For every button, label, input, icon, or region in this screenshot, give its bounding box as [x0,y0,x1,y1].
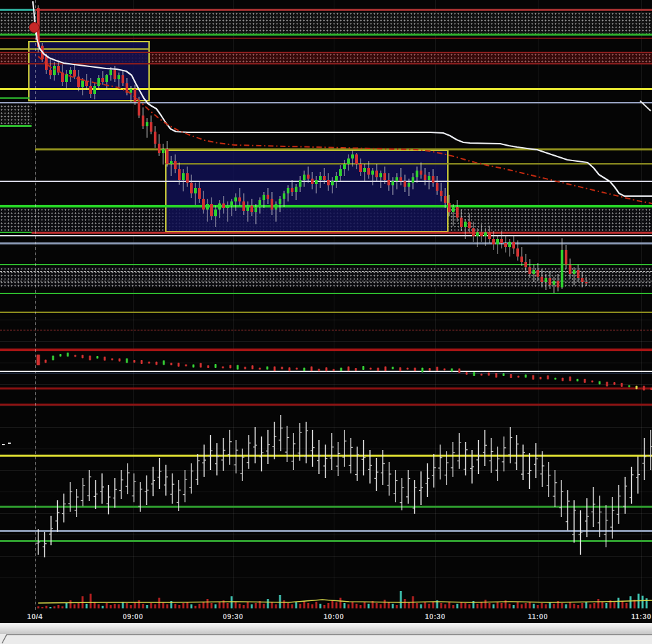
level-line [0,387,652,389]
level-line [0,242,652,244]
level-line [0,63,652,64]
level-line [0,102,652,103]
level-line [0,312,652,313]
horizontal-gridline [0,406,652,406]
level-line [0,205,652,208]
horizontal-gridline [0,363,652,363]
horizontal-gridline [0,556,652,557]
level-line [0,52,652,53]
horizontal-gridline [0,513,652,514]
horizontal-gridline [0,449,652,449]
horizontal-gridline [0,384,652,385]
time-axis-label: 10/4 [27,612,42,620]
horizontal-gridline [0,341,652,342]
level-line [0,455,652,457]
level-line [0,330,652,330]
level-line [0,373,652,373]
vertical-gridline [233,0,234,610]
horizontal-gridline [0,320,652,320]
time-axis-label: 11:30 [631,612,651,620]
horizontal-gridline [0,578,652,578]
level-line [0,181,652,182]
level-line [0,48,150,50]
level-line [0,264,652,265]
level-line [0,281,652,281]
horizontal-gridline [0,470,652,471]
hatched-zone [0,267,652,287]
level-line [0,349,652,351]
time-axis-label: 09:00 [123,612,144,620]
level-line [32,232,652,234]
time-axis-label: 10:30 [425,612,446,620]
level-line [0,9,35,11]
level-line [0,530,652,532]
vertical-gridline [538,0,539,610]
window-bottom-chrome [0,623,652,644]
chart-area[interactable]: 10/409:0009:3010:0010:3011:0011:30 [0,0,652,623]
level-line [0,371,652,372]
time-axis-label: 11:00 [528,612,548,620]
level-line [0,125,32,127]
chart-tab-strip[interactable] [0,634,652,644]
level-line [0,34,652,36]
level-line [0,293,652,294]
level-line [0,97,30,99]
level-line [0,506,652,508]
session-start-line [35,0,36,610]
vertical-gridline [334,0,334,610]
level-line [0,271,652,272]
level-line [0,404,652,406]
vertical-gridline [435,0,436,610]
range-box [165,150,449,232]
horizontal-gridline [0,427,652,428]
time-axis-label: 10:00 [324,612,344,620]
hatched-zone [0,105,32,125]
level-line [165,163,652,165]
horizontal-gridline [0,535,652,535]
level-line [0,540,652,542]
tab-edge-icon [0,634,652,644]
level-line [35,148,652,150]
level-line [0,235,652,236]
horizontal-gridline [0,492,652,492]
horizontal-scrollbar[interactable] [0,623,652,634]
time-axis-label: 09:30 [223,612,244,620]
level-line [0,232,32,233]
hatched-zone [0,12,652,34]
trading-platform-window: 10/409:0009:3010:0010:3011:0011:30 [0,0,652,644]
range-box [28,41,150,101]
level-line [0,38,652,39]
level-line [35,9,652,11]
level-line [0,88,652,90]
vertical-gridline [641,0,642,610]
